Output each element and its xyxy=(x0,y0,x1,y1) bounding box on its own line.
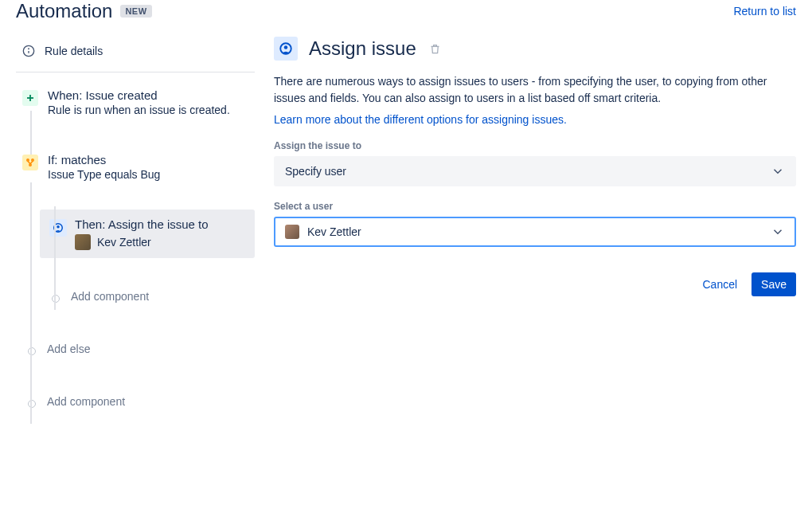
svg-point-9 xyxy=(57,225,60,229)
main-panel: Assign issue There are numerous ways to … xyxy=(255,37,796,408)
add-component-outer[interactable]: Add component xyxy=(24,395,255,408)
select-user-value: Kev Zettler xyxy=(307,225,361,238)
add-component-label: Add component xyxy=(47,395,125,408)
add-else[interactable]: Add else xyxy=(24,343,255,355)
action-node[interactable]: Then: Assign the issue to Kev Zettler xyxy=(40,210,255,258)
plus-icon xyxy=(22,90,38,106)
return-to-list-link[interactable]: Return to list xyxy=(733,5,796,18)
assign-icon xyxy=(274,37,298,61)
learn-more-link[interactable]: Learn more about the different options f… xyxy=(274,113,567,126)
trigger-node[interactable]: When: Issue created Rule is run when an … xyxy=(16,79,255,121)
assign-to-value: Specify user xyxy=(285,165,346,178)
trash-icon[interactable] xyxy=(429,43,441,55)
condition-node[interactable]: If: matches Issue Type equals Bug xyxy=(16,143,255,186)
add-else-label: Add else xyxy=(47,343,90,355)
svg-point-2 xyxy=(29,49,29,49)
select-user-select[interactable]: Kev Zettler xyxy=(274,217,796,247)
svg-point-7 xyxy=(29,164,31,166)
rule-details-label: Rule details xyxy=(45,45,103,57)
assign-icon xyxy=(49,219,67,237)
trigger-title: When: Issue created xyxy=(48,88,248,102)
select-user-label: Select a user xyxy=(274,201,796,212)
add-component-inner[interactable]: Add component xyxy=(48,290,255,303)
save-button[interactable]: Save xyxy=(751,272,796,296)
empty-circle-icon xyxy=(28,400,36,408)
svg-point-5 xyxy=(27,159,29,161)
panel-title: Assign issue xyxy=(309,37,416,60)
action-title: Then: Assign the issue to xyxy=(75,217,245,231)
condition-title: If: matches xyxy=(48,153,248,166)
rule-details-link[interactable]: Rule details xyxy=(16,37,255,72)
avatar xyxy=(75,234,91,250)
panel-description: There are numerous ways to assign issues… xyxy=(274,73,796,107)
cancel-button[interactable]: Cancel xyxy=(693,272,747,296)
rule-sidebar: Rule details When: Issue created Rule is… xyxy=(16,37,255,408)
assign-to-select[interactable]: Specify user xyxy=(274,156,796,186)
info-icon xyxy=(22,45,35,57)
condition-subtitle: Issue Type equals Bug xyxy=(48,168,248,181)
trigger-subtitle: Rule is run when an issue is created. xyxy=(48,104,248,116)
branch-icon xyxy=(22,155,38,170)
chevron-down-icon xyxy=(771,225,785,239)
page-title: Automation xyxy=(16,0,112,22)
add-component-label: Add component xyxy=(71,290,149,303)
empty-circle-icon xyxy=(52,295,60,303)
svg-point-6 xyxy=(32,159,33,161)
action-assignee: Kev Zettler xyxy=(97,236,151,249)
chevron-down-icon xyxy=(771,164,785,178)
empty-circle-icon xyxy=(28,347,36,355)
svg-point-11 xyxy=(284,45,288,49)
avatar xyxy=(285,225,299,239)
new-badge: NEW xyxy=(120,5,151,18)
assign-to-label: Assign the issue to xyxy=(274,140,796,151)
